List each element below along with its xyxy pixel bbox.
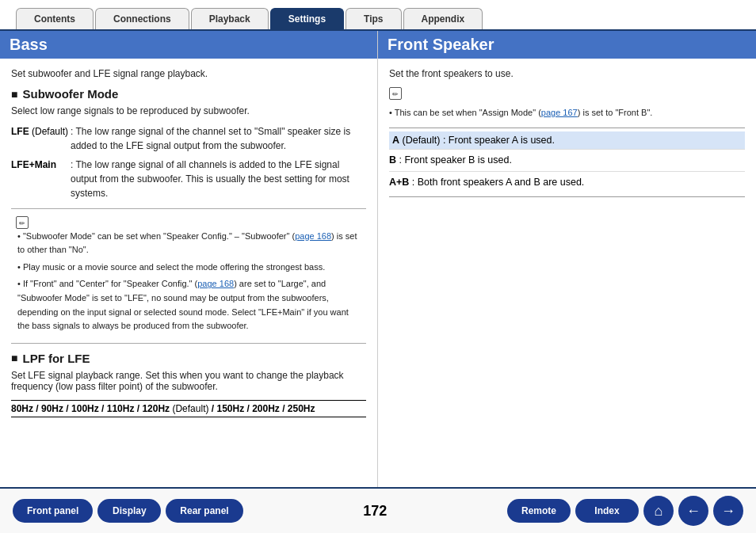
lpf-desc: Set LFE signal playback range. Set this … xyxy=(11,370,366,392)
left-panel: Bass Set subwoofer and LFE signal range … xyxy=(0,31,378,487)
display-button[interactable]: Display xyxy=(97,499,161,523)
tab-playback[interactable]: Playback xyxy=(191,8,269,29)
option-ab-key: A+B xyxy=(389,177,409,188)
option-a-suffix: (Default) xyxy=(399,135,440,146)
pencil-icon: ✏ xyxy=(16,216,29,229)
home-button[interactable]: ⌂ xyxy=(643,496,674,526)
lfe-item: LFE (Default) : The low range signal of … xyxy=(11,124,366,153)
main-content: Bass Set subwoofer and LFE signal range … xyxy=(0,31,756,487)
front-speaker-desc: Set the front speakers to use. xyxy=(389,68,745,79)
lpf-heading: LPF for LFE xyxy=(11,352,366,365)
option-b-key: B xyxy=(389,154,396,166)
option-a-key: A xyxy=(392,135,399,146)
assign-mode-link[interactable]: page 167 xyxy=(541,108,578,117)
note-2: Play music or a movie source and select … xyxy=(16,261,361,275)
remote-button[interactable]: Remote xyxy=(507,499,571,523)
note-3: If "Front" and "Center" for "Speaker Con… xyxy=(16,277,361,333)
front-speaker-title: Front Speaker xyxy=(378,31,756,59)
tab-contents[interactable]: Contents xyxy=(16,8,94,29)
lfe-main-item: LFE+Main : The low range signal of all c… xyxy=(11,158,366,200)
lfe-term: LFE (Default) xyxy=(11,124,71,153)
back-button[interactable]: ← xyxy=(678,496,708,526)
lfe-main-term: LFE+Main xyxy=(11,158,71,200)
page-number: 172 xyxy=(359,503,391,520)
nav-right-buttons: Remote Index ⌂ ← → xyxy=(507,496,743,526)
front-panel-button[interactable]: Front panel xyxy=(13,499,93,523)
option-a: A (Default) : Front speaker A is used. xyxy=(389,131,745,150)
tab-appendix[interactable]: Appendix xyxy=(403,8,483,29)
front-speaker-note: • This can be set when "Assign Mode" (pa… xyxy=(389,106,745,120)
freq-list: 80Hz / 90Hz / 100Hz / 110Hz / 120Hz (Def… xyxy=(11,400,366,417)
bass-description: Set subwoofer and LFE signal range playb… xyxy=(11,68,366,79)
index-button[interactable]: Index xyxy=(575,499,639,523)
tab-tips[interactable]: Tips xyxy=(346,8,401,29)
option-a-desc: : Front speaker A is used. xyxy=(440,135,555,146)
tab-settings[interactable]: Settings xyxy=(270,8,344,29)
subwoofer-notes: ✏ "Subwoofer Mode" can be set when "Spea… xyxy=(11,208,366,344)
pencil-icon-right: ✏ xyxy=(389,87,402,100)
rear-panel-button[interactable]: Rear panel xyxy=(166,499,242,523)
tab-connections[interactable]: Connections xyxy=(95,8,189,29)
subwoofer-mode-heading: Subwoofer Mode xyxy=(11,87,366,101)
option-b: B : Front speaker B is used. xyxy=(389,150,745,172)
nav-left-buttons: Front panel Display Rear panel xyxy=(13,499,243,523)
option-b-desc: : Front speaker B is used. xyxy=(396,154,512,166)
lfe-main-desc: : The low range signal of all channels i… xyxy=(71,158,366,200)
tab-bar: Contents Connections Playback Settings T… xyxy=(0,0,756,31)
note-1: "Subwoofer Mode" can be set when "Speake… xyxy=(16,230,361,257)
note-3-link[interactable]: page 168 xyxy=(197,279,234,288)
option-ab: A+B : Both front speakers A and B are us… xyxy=(389,172,745,193)
subwoofer-mode-intro: Select low range signals to be reproduce… xyxy=(11,105,366,116)
bottom-nav: Front panel Display Rear panel 172 Remot… xyxy=(0,487,756,533)
bass-title: Bass xyxy=(0,31,377,59)
lfe-desc: : The low range signal of the channel se… xyxy=(71,124,366,153)
option-ab-desc: : Both front speakers A and B are used. xyxy=(409,177,584,188)
note-1-link[interactable]: page 168 xyxy=(295,231,331,241)
right-panel: Front Speaker Set the front speakers to … xyxy=(378,31,756,487)
forward-button[interactable]: → xyxy=(713,496,743,526)
